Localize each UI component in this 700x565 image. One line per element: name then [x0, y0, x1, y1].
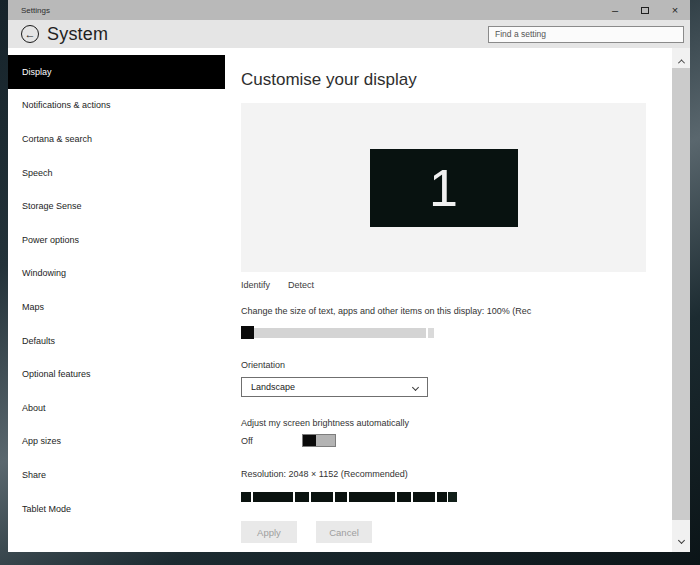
sidebar-item[interactable]: Windowing	[8, 257, 225, 291]
preview-links: Identify Detect	[241, 280, 672, 290]
sidebar-item-label: Notifications & actions	[22, 100, 111, 110]
sidebar-item[interactable]: Speech	[8, 156, 225, 190]
sidebar-item[interactable]: Share	[8, 458, 225, 492]
brightness-row: Off	[241, 434, 672, 447]
brightness-toggle-knob[interactable]	[303, 435, 316, 446]
sidebar: Display Notifications & actions Cortana …	[8, 48, 225, 552]
scaling-slider-track-end	[428, 328, 434, 338]
sidebar-item-label: Maps	[22, 302, 44, 312]
sidebar-item-label: Share	[22, 470, 46, 480]
cancel-button[interactable]: Cancel	[316, 521, 372, 543]
sidebar-item[interactable]: Cortana & search	[8, 122, 225, 156]
sidebar-item-label: App sizes	[22, 436, 61, 446]
settings-window: Settings – × ← System Display Notificati…	[8, 0, 690, 552]
close-button[interactable]: ×	[660, 0, 690, 20]
sidebar-item[interactable]: Display	[8, 55, 225, 89]
sidebar-item[interactable]: About	[8, 391, 225, 425]
resolution-slider-segment	[397, 492, 411, 502]
maximize-icon	[641, 7, 649, 14]
sidebar-item[interactable]: Tablet Mode	[8, 492, 225, 526]
sidebar-item[interactable]: Storage Sense	[8, 189, 225, 223]
orientation-dropdown[interactable]: Landscape	[241, 377, 428, 397]
scaling-slider[interactable]	[241, 326, 441, 339]
sidebar-item-label: Windowing	[22, 268, 66, 278]
scaling-slider-thumb[interactable]	[241, 326, 254, 339]
sidebar-item-label: Tablet Mode	[22, 504, 71, 514]
monitor-number: 1	[429, 162, 458, 214]
resolution-slider-thumb[interactable]	[448, 492, 457, 502]
sidebar-item-label: Optional features	[22, 369, 91, 379]
sidebar-item-label: Defaults	[22, 336, 55, 346]
back-button[interactable]: ←	[21, 25, 39, 43]
sidebar-item-label: Storage Sense	[22, 201, 82, 211]
brightness-toggle[interactable]	[302, 434, 336, 447]
titlebar[interactable]: Settings – ×	[8, 0, 690, 20]
resolution-label: Resolution: 2048 × 1152 (Recommended)	[241, 469, 672, 479]
resolution-slider-segment	[295, 492, 309, 502]
orientation-label: Orientation	[241, 360, 672, 370]
sidebar-item[interactable]: Notifications & actions	[8, 89, 225, 123]
sidebar-item-label: Power options	[22, 235, 79, 245]
desktop-background: Settings – × ← System Display Notificati…	[0, 0, 700, 565]
detect-link[interactable]: Detect	[288, 280, 314, 290]
scrollbar[interactable]	[672, 48, 690, 552]
resolution-slider-segment	[311, 492, 333, 502]
resolution-slider-segment	[349, 492, 395, 502]
resolution-slider-track[interactable]	[241, 492, 447, 502]
section-title: Customise your display	[241, 70, 672, 90]
sidebar-item[interactable]: App sizes	[8, 425, 225, 459]
chevron-down-icon	[677, 536, 684, 543]
scrollbar-thumb[interactable]	[672, 68, 690, 520]
scaling-slider-track[interactable]	[254, 328, 426, 338]
chevron-up-icon	[677, 59, 684, 66]
resolution-slider-segment	[241, 492, 251, 502]
scroll-down-button[interactable]	[672, 531, 690, 549]
orientation-value: Landscape	[251, 382, 295, 392]
resolution-slider[interactable]	[241, 492, 672, 502]
resolution-slider-segment	[335, 492, 347, 502]
minimize-button[interactable]: –	[600, 0, 630, 20]
brightness-label: Adjust my screen brightness automaticall…	[241, 418, 672, 428]
chevron-down-icon	[412, 383, 419, 390]
content-area: Customise your display 1 Identify Detect…	[225, 48, 672, 552]
action-buttons: Apply Cancel	[241, 521, 672, 543]
brightness-state: Off	[241, 436, 302, 446]
identify-link[interactable]: Identify	[241, 280, 270, 290]
scaling-label: Change the size of text, apps and other …	[241, 306, 672, 316]
resolution-slider-segment	[253, 492, 293, 502]
apply-button[interactable]: Apply	[241, 521, 297, 543]
maximize-button[interactable]	[630, 0, 660, 20]
sidebar-item-label: Display	[22, 67, 52, 77]
window-title: Settings	[8, 6, 50, 15]
sidebar-item-label: Cortana & search	[22, 134, 92, 144]
resolution-slider-segment	[413, 492, 435, 502]
monitor-1[interactable]: 1	[370, 149, 518, 227]
page-header: ← System	[8, 20, 690, 48]
sidebar-item-label: About	[22, 403, 46, 413]
display-preview-panel: 1	[241, 103, 646, 272]
sidebar-item-label: Speech	[22, 168, 53, 178]
page-title: System	[47, 24, 108, 45]
back-arrow-icon: ←	[25, 29, 36, 40]
sidebar-item[interactable]: Defaults	[8, 324, 225, 358]
search-input[interactable]	[488, 26, 684, 43]
window-controls: – ×	[600, 0, 690, 20]
scroll-up-button[interactable]	[672, 52, 690, 70]
sidebar-item[interactable]: Maps	[8, 290, 225, 324]
sidebar-item[interactable]: Power options	[8, 223, 225, 257]
resolution-slider-segment	[437, 492, 447, 502]
sidebar-item[interactable]: Optional features	[8, 357, 225, 391]
